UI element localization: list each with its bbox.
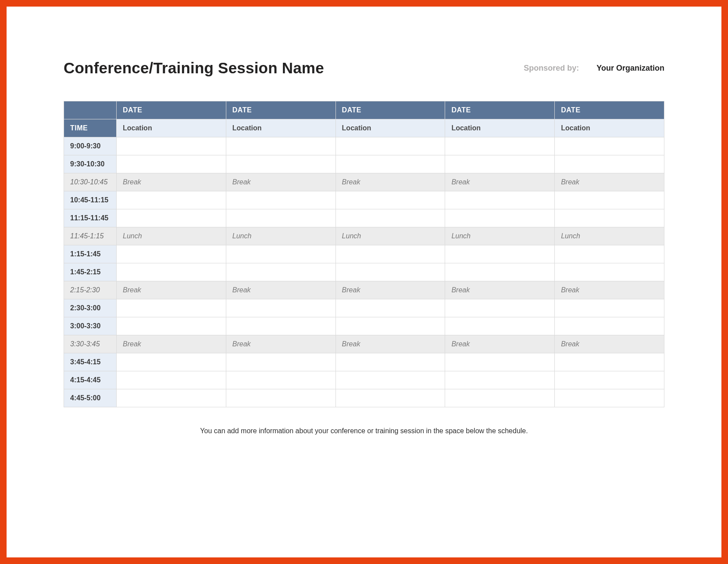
session-cell <box>555 299 664 317</box>
session-cell <box>445 371 555 389</box>
session-cell <box>117 389 226 407</box>
table-row: 9:30-10:30 <box>64 155 664 173</box>
date-header-row: DATE DATE DATE DATE DATE <box>64 101 664 119</box>
session-cell <box>226 353 335 371</box>
table-row: 3:00-3:30 <box>64 317 664 335</box>
session-cell: Break <box>445 335 555 353</box>
table-row: 10:45-11:15 <box>64 191 664 209</box>
session-cell: Break <box>335 281 445 299</box>
table-row: 1:45-2:15 <box>64 263 664 281</box>
location-header: Location <box>226 119 335 137</box>
session-cell <box>335 389 445 407</box>
time-cell: 1:45-2:15 <box>64 263 117 281</box>
session-cell <box>335 299 445 317</box>
session-cell <box>117 245 226 263</box>
sponsor-block: Sponsored by: Your Organization <box>524 64 664 73</box>
session-cell: Break <box>555 335 664 353</box>
time-cell: 2:30-3:00 <box>64 299 117 317</box>
schedule-body: 9:00-9:309:30-10:3010:30-10:45BreakBreak… <box>64 137 664 407</box>
session-cell <box>555 353 664 371</box>
location-header: Location <box>117 119 226 137</box>
time-cell: 10:45-11:15 <box>64 191 117 209</box>
date-header: DATE <box>117 101 226 119</box>
organization-name: Your Organization <box>596 64 664 73</box>
session-cell <box>555 137 664 155</box>
session-cell <box>226 209 335 227</box>
session-cell <box>445 191 555 209</box>
schedule-table: DATE DATE DATE DATE DATE TIME Location L… <box>64 101 664 407</box>
session-cell: Break <box>117 173 226 191</box>
table-row: 10:30-10:45BreakBreakBreakBreakBreak <box>64 173 664 191</box>
session-cell <box>555 191 664 209</box>
session-cell: Lunch <box>555 227 664 245</box>
session-cell <box>445 353 555 371</box>
time-cell: 3:00-3:30 <box>64 317 117 335</box>
session-cell <box>555 317 664 335</box>
session-cell: Lunch <box>117 227 226 245</box>
session-cell <box>117 137 226 155</box>
table-row: 4:15-4:45 <box>64 371 664 389</box>
session-cell <box>555 245 664 263</box>
session-cell <box>445 155 555 173</box>
session-cell <box>445 317 555 335</box>
session-cell <box>226 245 335 263</box>
header-corner-cell <box>64 101 117 119</box>
session-cell <box>445 245 555 263</box>
table-row: 3:45-4:15 <box>64 353 664 371</box>
time-cell: 3:45-4:15 <box>64 353 117 371</box>
session-cell: Break <box>226 173 335 191</box>
session-cell <box>117 353 226 371</box>
session-cell <box>226 137 335 155</box>
session-cell <box>335 155 445 173</box>
session-cell <box>226 389 335 407</box>
session-cell <box>117 263 226 281</box>
session-cell: Break <box>445 281 555 299</box>
session-cell: Break <box>226 335 335 353</box>
location-header: Location <box>445 119 555 137</box>
table-row: 2:15-2:30BreakBreakBreakBreakBreak <box>64 281 664 299</box>
session-cell: Break <box>445 173 555 191</box>
session-cell <box>445 263 555 281</box>
time-cell: 4:15-4:45 <box>64 371 117 389</box>
session-cell: Break <box>226 281 335 299</box>
table-row: 4:45-5:00 <box>64 389 664 407</box>
date-header: DATE <box>445 101 555 119</box>
session-cell: Break <box>117 335 226 353</box>
session-cell <box>226 317 335 335</box>
time-cell: 4:45-5:00 <box>64 389 117 407</box>
session-cell <box>335 353 445 371</box>
time-cell: 9:30-10:30 <box>64 155 117 173</box>
session-cell <box>117 155 226 173</box>
session-cell <box>335 191 445 209</box>
session-cell <box>445 389 555 407</box>
table-row: 3:30-3:45BreakBreakBreakBreakBreak <box>64 335 664 353</box>
session-cell <box>226 371 335 389</box>
session-cell <box>555 263 664 281</box>
sponsored-by-label: Sponsored by: <box>524 64 579 73</box>
session-cell <box>335 371 445 389</box>
session-cell <box>335 317 445 335</box>
session-cell: Break <box>335 335 445 353</box>
table-row: 9:00-9:30 <box>64 137 664 155</box>
session-cell <box>555 389 664 407</box>
date-header: DATE <box>335 101 445 119</box>
time-cell: 3:30-3:45 <box>64 335 117 353</box>
footer-note: You can add more information about your … <box>64 427 664 435</box>
session-cell <box>555 209 664 227</box>
session-cell <box>445 209 555 227</box>
session-cell <box>445 299 555 317</box>
time-cell: 1:15-1:45 <box>64 245 117 263</box>
page-title: Conference/Training Session Name <box>64 59 324 77</box>
session-cell: Break <box>335 173 445 191</box>
session-cell <box>117 209 226 227</box>
date-header: DATE <box>226 101 335 119</box>
session-cell <box>555 371 664 389</box>
session-cell <box>335 263 445 281</box>
session-cell: Lunch <box>226 227 335 245</box>
time-cell: 10:30-10:45 <box>64 173 117 191</box>
session-cell <box>335 209 445 227</box>
session-cell <box>445 137 555 155</box>
session-cell <box>117 299 226 317</box>
time-cell: 11:45-1:15 <box>64 227 117 245</box>
header: Conference/Training Session Name Sponsor… <box>64 59 664 77</box>
